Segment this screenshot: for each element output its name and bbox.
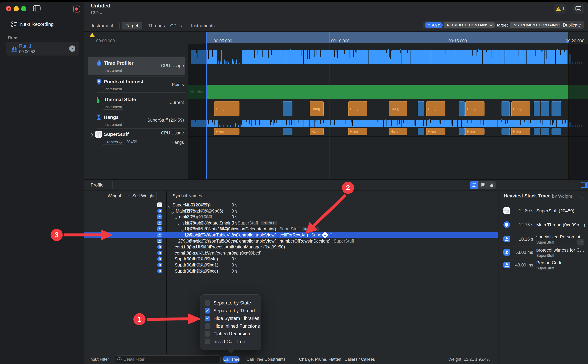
flame-graph-view-button[interactable] bbox=[478, 181, 487, 189]
call-tree-row[interactable]: 12.21 s95.4%0 s@objc PersonTableViewCont… bbox=[84, 232, 498, 238]
filter-any-token[interactable]: ANY bbox=[425, 22, 443, 28]
call-tree-row[interactable]: 12.78 s99.8%286.00 msspecialized static … bbox=[84, 226, 498, 232]
document-subtitle: Run 1 bbox=[91, 10, 102, 15]
menu-item-invert-call-tree[interactable]: Invert Call Tree bbox=[200, 338, 261, 346]
filter-value[interactable]: target bbox=[496, 23, 509, 28]
tab-threads[interactable]: Threads bbox=[145, 22, 169, 30]
menu-item-flatten-recursion[interactable]: Flatten Recursion bbox=[200, 330, 261, 338]
add-instrument-button[interactable]: + Instrument bbox=[86, 22, 117, 30]
hang-interval-label: Hang bbox=[467, 130, 475, 133]
track-row-superstuff[interactable]: SuperStuffProcess 20459CPU UsageHangs bbox=[84, 129, 188, 149]
call-tree-row[interactable]: 12.80 s100.0%0 sSuperStuff (20459) bbox=[84, 202, 498, 208]
stack-trace-subtitle: by Weight bbox=[552, 194, 572, 199]
filter-attribute-token[interactable]: ATTRIBUTE CONTAINS bbox=[444, 22, 495, 28]
column-weight[interactable]: Weight bbox=[108, 193, 121, 198]
tab-instruments[interactable]: Instruments bbox=[187, 22, 218, 30]
track-row-time-profiler[interactable]: Time ProfilerInstrumentCPU Usage bbox=[84, 57, 188, 76]
selection-end-line[interactable] bbox=[568, 32, 568, 179]
person-icon bbox=[157, 233, 162, 237]
microhang-interval bbox=[283, 101, 292, 117]
checkbox-checked-icon[interactable]: ✓ bbox=[205, 308, 210, 313]
run-name[interactable]: Run 1 bbox=[19, 43, 32, 49]
chevron-up-down-icon[interactable] bbox=[107, 183, 110, 188]
call-tree-row[interactable]: 11.00 ms0.1%0 scom.apple.UIKit.inProcess… bbox=[84, 244, 498, 250]
warnings-button[interactable]: 1 bbox=[554, 4, 566, 13]
stack-trace-row[interactable]: 12.80 sSuperStuff (20459) bbox=[499, 204, 588, 218]
info-icon[interactable]: i bbox=[69, 46, 75, 52]
call-tree-row[interactable]: 8.00 ms0.1%0 scom.apple.uikit.eventfetch… bbox=[84, 250, 498, 256]
disclosure-chevron-icon[interactable] bbox=[91, 133, 93, 137]
checkbox-checked-icon[interactable]: ✓ bbox=[205, 316, 210, 321]
call-tree-row[interactable]: 1.00 ms0.0%0 sSuperStuff (0xa99bce) bbox=[84, 268, 498, 274]
column-self-weight[interactable]: Self Weight bbox=[132, 193, 154, 198]
checkbox-unchecked-icon[interactable] bbox=[205, 331, 210, 337]
filter-instrument-token[interactable]: INSTRUMENT CONTAINS bbox=[510, 22, 564, 28]
window-corner bbox=[0, 0, 5, 5]
checkbox-unchecked-icon[interactable] bbox=[205, 339, 210, 344]
call-tree-view-button[interactable] bbox=[469, 181, 478, 189]
hang-interval: Hang bbox=[465, 101, 484, 117]
menu-item-hide-system-libraries[interactable]: ✓Hide System Libraries bbox=[200, 315, 261, 322]
track-right-label: Hangs bbox=[172, 140, 184, 145]
microhang-interval bbox=[418, 128, 424, 135]
display-settings-button[interactable] bbox=[573, 4, 584, 13]
track-separator bbox=[97, 111, 186, 111]
call-tree-constraints-button[interactable]: Call Tree Constraints bbox=[247, 357, 285, 362]
thermal-band bbox=[206, 85, 568, 99]
menu-item-separate-by-state[interactable]: Separate by State bbox=[200, 299, 261, 307]
call-tree-row[interactable]: 12.78 s99.8%0 sMain Thread (0xa99b05) bbox=[84, 208, 498, 214]
close-button[interactable] bbox=[6, 6, 11, 11]
track-row-points-of-interest[interactable]: Points of InterestInstrumentPoints bbox=[84, 77, 188, 93]
call-tree-row[interactable]: 12.78 s99.8%0 smainSuperStuff bbox=[84, 214, 498, 220]
call-tree-button[interactable]: Call Tree bbox=[223, 356, 240, 363]
run-list-item[interactable]: Run 1 00:00:53 i bbox=[6, 42, 79, 56]
track-row-thermal-state[interactable]: Thermal StateInstrumentCurrent bbox=[84, 93, 188, 112]
weight-view-button[interactable] bbox=[487, 181, 496, 189]
screen-edge bbox=[0, 0, 588, 2]
sidebar-toggle-icon[interactable] bbox=[33, 5, 41, 13]
menu-item-separate-by-thread[interactable]: ✓Separate by Thread bbox=[200, 307, 261, 315]
checkbox-unchecked-icon[interactable] bbox=[205, 300, 210, 306]
detail-toolbar: Profile bbox=[84, 179, 588, 191]
callers-callees-button[interactable]: Callers / Callees bbox=[344, 357, 375, 362]
focus-arrow-button[interactable]: → bbox=[322, 232, 328, 238]
expand-stack-icon[interactable] bbox=[579, 193, 585, 199]
next-recording-label[interactable]: Next Recording bbox=[20, 21, 54, 27]
track-right-label: Points bbox=[172, 82, 184, 87]
tab-cpus[interactable]: CPUs bbox=[166, 22, 186, 30]
track-row-separator bbox=[188, 136, 588, 137]
stack-trace-row[interactable]: 12.78 sMain Thread (0xa99b…) bbox=[499, 218, 588, 232]
detail-view-selector[interactable]: Profile bbox=[91, 182, 104, 188]
track-kind-badge[interactable]: Process bbox=[103, 139, 123, 145]
selection-start-line[interactable] bbox=[206, 32, 207, 179]
call-tree-row[interactable]: 1.00 ms0.0%0 sSuperStuff (0xa99c4d) bbox=[84, 256, 498, 262]
menu-item-label: Hide System Libraries bbox=[213, 315, 259, 322]
track-name: Time Profiler bbox=[104, 60, 133, 66]
jump-to-code-button[interactable] bbox=[577, 239, 584, 246]
minimize-button[interactable] bbox=[13, 6, 19, 11]
stack-trace-row[interactable]: 53.00 msprotocol witness for C…SuperStuf… bbox=[499, 247, 588, 259]
duplicate-button[interactable]: Duplicate bbox=[560, 21, 584, 29]
tab-target[interactable]: Target bbox=[122, 22, 142, 30]
stack-frame-time: 43.00 ms bbox=[515, 262, 533, 267]
menu-item-hide-inlined-functions[interactable]: Hide Inlined Functions bbox=[200, 322, 261, 330]
record-button[interactable] bbox=[73, 6, 80, 13]
hang-interval: Hang bbox=[310, 101, 324, 117]
column-symbol-names[interactable]: Symbol Names bbox=[173, 193, 202, 198]
tab-divider bbox=[119, 23, 120, 29]
call-tree-row[interactable]: 1.00 ms0.0%0 sSuperStuff (0xa99bd1) bbox=[84, 262, 498, 268]
next-recording-icon bbox=[11, 20, 18, 28]
checkbox-unchecked-icon[interactable] bbox=[205, 323, 210, 329]
zoom-button[interactable] bbox=[21, 6, 26, 11]
track-row-hangs[interactable]: HangsInstrumentSuperStuff (20459) bbox=[84, 112, 188, 129]
right-panel-toggle[interactable] bbox=[581, 182, 588, 188]
hang-interval: Hang bbox=[389, 128, 407, 135]
stack-trace-row[interactable]: 43.00 msPerson.Codi…SuperStuff bbox=[499, 259, 588, 272]
window-corner bbox=[583, 0, 588, 5]
detail-filter-input[interactable]: Detail Filter bbox=[115, 356, 221, 363]
stack-trace-row[interactable]: 10.16 sspecialized Person.ini…SuperStuff bbox=[499, 232, 588, 247]
self-weight: 0 s bbox=[232, 268, 237, 274]
call-tree-row[interactable]: 279.00 ms2.2%5.00 ms@objc PersonTableVie… bbox=[84, 238, 498, 244]
call-tree-row[interactable]: 12.78 s99.8%0 sstatic AppDelegate.$main(… bbox=[84, 220, 498, 226]
charge-prune-flatten-button[interactable]: Charge, Prune, Flatten bbox=[299, 357, 341, 362]
